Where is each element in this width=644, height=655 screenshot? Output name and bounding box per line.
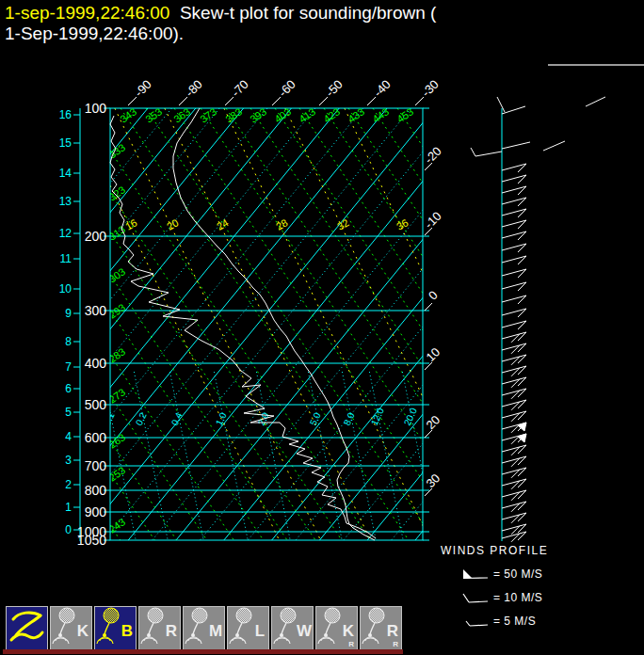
legend-label: = 10 M/S [493,591,542,604]
moist-adiabat-label: 20 [165,216,181,232]
pressure-tick-label: 600 [85,430,107,445]
temp-axis-label: -70 [229,77,251,100]
height-tick-label: 11 [60,252,72,265]
button-letter: W [297,622,313,640]
toolbar-button-r-r[interactable]: R R [360,606,402,651]
wind-full-barb-icon [461,591,490,604]
balloon-icon: B [95,607,136,650]
pressure-tick-label: 700 [85,458,107,473]
temp-axis-label: -60 [276,77,298,100]
toolbar-button-k[interactable]: K [50,606,92,651]
toolbar-button-w[interactable]: W [271,606,314,651]
dewpoint-trace [110,116,376,538]
button-letter: K [343,622,355,640]
toolbar-button-l[interactable]: L [227,606,269,651]
height-tick-label: 1 [65,501,72,514]
height-tick-label: 9 [65,307,72,320]
skewt-app-window: 1-sep-1999,22:46:00 Skew-t plot for soun… [0,0,644,655]
button-letter: K [77,622,89,640]
wind-flag-icon [461,567,490,581]
mixing-ratio-label: 20.0 [402,406,419,427]
plot-grid [0,108,644,540]
height-tick-label: 5 [65,406,72,419]
moist-adiabat-label: 24 [215,216,231,232]
temperature-trace [173,108,375,540]
pressure-tick-label: 500 [85,397,107,412]
button-subscript: R [393,640,398,648]
balloon-icon: R [139,607,180,650]
height-tick-label: 8 [65,335,72,348]
height-tick-label: 2 [65,478,72,491]
button-letter: L [255,622,265,640]
pressure-tick-label: 1050 [77,533,106,548]
pressure-tick-label: 300 [85,303,107,318]
temp-axis-label: -30 [419,77,442,100]
balloon-icon: W [272,607,313,650]
temp-axis-label: -80 [183,77,205,100]
pressure-tick-label: 200 [85,229,107,244]
toolbar-button-k-r[interactable]: K R [315,606,358,651]
mixing-ratio-label: 12.0 [369,406,386,427]
temp-axis-label: -20 [422,144,444,167]
pressure-tick-label: 800 [85,483,107,498]
balloon-icon: L [228,607,268,650]
height-tick-label: 4 [65,430,72,443]
moist-adiabat-label: 16 [123,216,139,232]
mixing-ratio-label: 8.0 [342,410,357,427]
height-tick-label: 16 [59,108,72,121]
toolbar-button-z[interactable] [6,606,48,651]
toolbar: K B [0,606,644,655]
moist-adiabat-label: 36 [394,216,411,232]
temp-axis-label: 10 [423,344,443,364]
temp-axis-label: -40 [371,77,394,100]
pressure-tick-label: 400 [85,356,107,371]
height-tick-label: 6 [65,382,72,395]
mixing-ratio-label: 0.2 [134,410,149,427]
pressure-tick-label: 100 [85,101,107,116]
toolbar-button-r[interactable]: R [138,606,181,651]
temp-axis-label: 0 [426,288,441,303]
height-tick-label: 12 [59,227,72,240]
button-letter: B [121,622,133,640]
temp-axis-label: -10 [422,209,444,232]
moist-adiabat-label: 32 [335,216,351,232]
button-letter: M [209,622,222,640]
winds-profile-title: WINDS PROFILE [441,544,638,557]
balloon-icon: K R [316,607,357,650]
height-tick-label: 14 [59,167,72,180]
height-tick-label: 10 [59,282,72,296]
mixing-ratio-label: 0.1 [102,410,117,427]
height-tick-label: 3 [65,454,72,467]
balloon-icon: M [184,607,224,650]
balloon-icon: R R [361,607,401,650]
mixing-ratio-label: 1.0 [214,410,229,427]
button-letter: R [387,622,398,640]
temp-axis-label: -50 [323,77,346,100]
zeus-logo-icon [7,607,47,650]
temp-axis-label: -90 [132,77,154,100]
button-subscript: R [348,640,354,648]
toolbar-bottom-strip [3,649,403,654]
toolbar-button-b[interactable]: B [94,606,137,651]
legend-entry-10ms: = 10 M/S [441,591,638,604]
height-tick-label: 15 [59,136,72,150]
height-tick-label: 0 [65,523,72,536]
mixing-ratio-label: 0.4 [169,410,185,427]
height-tick-label: 13 [59,195,72,208]
button-letter: R [166,622,177,640]
toolbar-button-m[interactable]: M [183,606,225,651]
wind-barbs [471,97,605,542]
pressure-tick-label: 900 [85,504,107,519]
temp-axis-label: 30 [423,471,443,490]
legend-label: = 50 M/S [493,567,542,581]
legend-entry-50ms: = 50 M/S [441,567,638,581]
balloon-icon: K [51,607,91,650]
height-tick-label: 7 [65,360,72,374]
temp-axis-label: 20 [423,412,443,432]
